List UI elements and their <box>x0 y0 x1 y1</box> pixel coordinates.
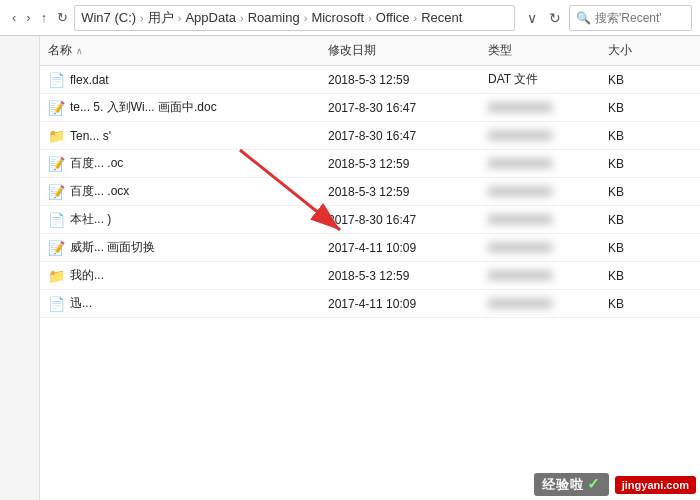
file-size: KB <box>600 183 680 201</box>
file-name: 威斯... 画面切换 <box>70 239 155 256</box>
watermark-text: 经验啦✓ <box>534 473 609 496</box>
table-row[interactable]: 📄flex.dat2018-5-3 12:59DAT 文件KB <box>40 66 700 94</box>
file-icon-folder: 📁 <box>48 128 65 144</box>
table-row[interactable]: 📁我的...2018-5-3 12:59XXXXXXXXKB <box>40 262 700 290</box>
up-button[interactable]: ↑ <box>37 8 52 27</box>
dropdown-button[interactable]: ∨ <box>523 8 541 28</box>
file-name: flex.dat <box>70 73 109 87</box>
file-type: DAT 文件 <box>480 69 600 90</box>
file-size: KB <box>600 71 680 89</box>
file-name: 本社... ) <box>70 211 111 228</box>
file-name: te... 5. 入到Wi... 画面中.doc <box>70 99 217 116</box>
table-row[interactable]: 📝威斯... 画面切换2017-4-11 10:09XXXXXXXXKB <box>40 234 700 262</box>
file-type: XXXXXXXX <box>480 99 600 117</box>
sep2: › <box>178 12 182 24</box>
file-size: KB <box>600 295 680 313</box>
file-date: 2017-4-11 10:09 <box>320 295 480 313</box>
file-icon-doc: 📝 <box>48 156 65 172</box>
back-button[interactable]: ‹ <box>8 8 20 27</box>
col-size-label: 大小 <box>608 42 632 59</box>
sep3: › <box>240 12 244 24</box>
refresh-button[interactable]: ↻ <box>53 8 72 27</box>
file-icon-doc: 📝 <box>48 100 65 116</box>
file-name-cell: 📝百度... .ocx <box>40 181 320 202</box>
col-header-size[interactable]: 大小 <box>600 38 680 63</box>
file-type: XXXXXXXX <box>480 239 600 257</box>
breadcrumb-microsoft[interactable]: Microsoft <box>311 10 364 25</box>
watermark-logo: jingyani.com <box>615 476 696 494</box>
table-row[interactable]: 📁Ten... s'2017-8-30 16:47XXXXXXXXKB <box>40 122 700 150</box>
sep1: › <box>140 12 144 24</box>
file-date: 2017-8-30 16:47 <box>320 127 480 145</box>
file-name-cell: 📝te... 5. 入到Wi... 画面中.doc <box>40 97 320 118</box>
col-name-label: 名称 <box>48 42 72 59</box>
table-row[interactable]: 📝百度... .oc2018-5-3 12:59XXXXXXXXKB <box>40 150 700 178</box>
col-header-name[interactable]: 名称 ∧ <box>40 38 320 63</box>
file-list: 📄flex.dat2018-5-3 12:59DAT 文件KB📝te... 5.… <box>40 66 700 500</box>
file-size: KB <box>600 155 680 173</box>
file-type: XXXXXXXX <box>480 155 600 173</box>
file-icon-folder: 📁 <box>48 268 65 284</box>
file-name: 百度... .ocx <box>70 183 129 200</box>
col-header-type[interactable]: 类型 <box>480 38 600 63</box>
file-date: 2017-4-11 10:09 <box>320 239 480 257</box>
sep5: › <box>368 12 372 24</box>
breadcrumb-appdata[interactable]: AppData <box>185 10 236 25</box>
file-date: 2018-5-3 12:59 <box>320 267 480 285</box>
sep4: › <box>304 12 308 24</box>
search-icon: 🔍 <box>576 11 591 25</box>
file-size: KB <box>600 211 680 229</box>
sort-arrow-icon: ∧ <box>76 46 83 56</box>
file-size: KB <box>600 127 680 145</box>
file-size: KB <box>600 99 680 117</box>
table-row[interactable]: 📝百度... .ocx2018-5-3 12:59XXXXXXXXKB <box>40 178 700 206</box>
file-date: 2017-8-30 16:47 <box>320 99 480 117</box>
file-icon-generic: 📄 <box>48 296 65 312</box>
breadcrumb-roaming[interactable]: Roaming <box>248 10 300 25</box>
file-type: XXXXXXXX <box>480 295 600 313</box>
file-type: XXXXXXXX <box>480 127 600 145</box>
file-date: 2018-5-3 12:59 <box>320 183 480 201</box>
file-name: 我的... <box>70 267 104 284</box>
search-box: 🔍 <box>569 5 692 31</box>
file-name: 百度... .oc <box>70 155 123 172</box>
file-size: KB <box>600 239 680 257</box>
file-date: 2018-5-3 12:59 <box>320 155 480 173</box>
breadcrumb-win7c[interactable]: Win7 (C:) <box>81 10 136 25</box>
watermark: 经验啦✓ jingyani.com <box>534 473 696 496</box>
file-icon-dat: 📄 <box>48 72 65 88</box>
table-row[interactable]: 📝te... 5. 入到Wi... 画面中.doc2017-8-30 16:47… <box>40 94 700 122</box>
file-date: 2017-8-30 16:47 <box>320 211 480 229</box>
file-type: XXXXXXXX <box>480 267 600 285</box>
sidebar <box>0 36 40 500</box>
file-name: Ten... s' <box>70 129 111 143</box>
col-type-label: 类型 <box>488 42 512 59</box>
col-header-date[interactable]: 修改日期 <box>320 38 480 63</box>
file-type: XXXXXXXX <box>480 211 600 229</box>
breadcrumb-users[interactable]: 用户 <box>148 9 174 27</box>
breadcrumb-recent[interactable]: Recent <box>421 10 462 25</box>
address-right: ∨ ↻ 🔍 <box>523 5 692 31</box>
forward-button[interactable]: › <box>22 8 34 27</box>
breadcrumb: Win7 (C:) › 用户 › AppData › Roaming › Mic… <box>74 5 515 31</box>
file-name-cell: 📝威斯... 画面切换 <box>40 237 320 258</box>
table-row[interactable]: 📄迅...2017-4-11 10:09XXXXXXXXKB <box>40 290 700 318</box>
explorer: 名称 ∧ 修改日期 类型 大小 📄flex.dat2018-5-3 12:59D… <box>0 36 700 500</box>
file-name-cell: 📝百度... .oc <box>40 153 320 174</box>
refresh-icon-button[interactable]: ↻ <box>545 8 565 28</box>
file-name-cell: 📄本社... ) <box>40 209 320 230</box>
table-row[interactable]: 📄本社... )2017-8-30 16:47XXXXXXXXKB <box>40 206 700 234</box>
file-date: 2018-5-3 12:59 <box>320 71 480 89</box>
main-content: 名称 ∧ 修改日期 类型 大小 📄flex.dat2018-5-3 12:59D… <box>40 36 700 500</box>
file-name-cell: 📄迅... <box>40 293 320 314</box>
file-icon-doc: 📝 <box>48 240 65 256</box>
file-size: KB <box>600 267 680 285</box>
sep6: › <box>414 12 418 24</box>
file-icon-docx: 📝 <box>48 184 65 200</box>
file-type: XXXXXXXX <box>480 183 600 201</box>
file-name-cell: 📁Ten... s' <box>40 126 320 146</box>
breadcrumb-office[interactable]: Office <box>376 10 410 25</box>
address-bar: ‹ › ↑ ↻ Win7 (C:) › 用户 › AppData › Roami… <box>0 0 700 36</box>
col-date-label: 修改日期 <box>328 42 376 59</box>
search-input[interactable] <box>595 11 685 25</box>
